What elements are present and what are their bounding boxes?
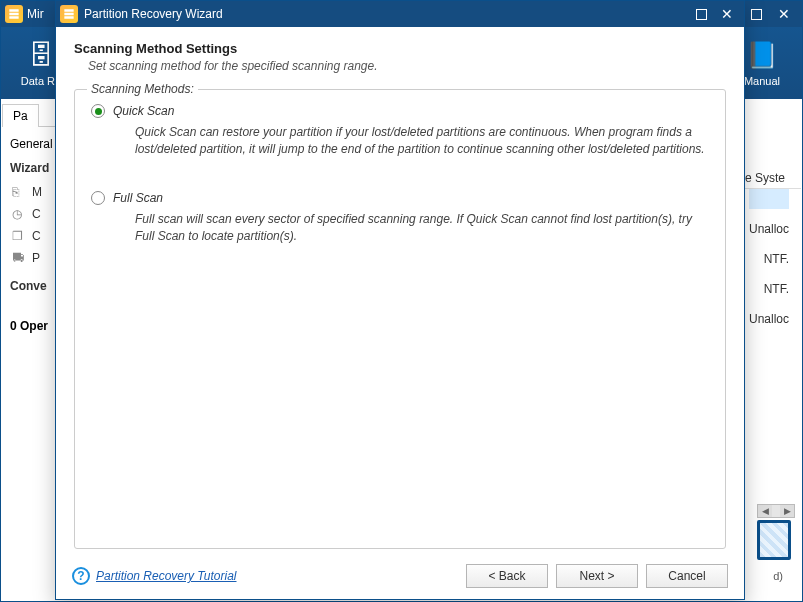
sidebar-item-2-icon: ❐: [12, 229, 26, 243]
disk-legend: d): [773, 570, 783, 582]
disk-map[interactable]: [757, 520, 791, 560]
sidebar-item-1-icon: ◷: [12, 207, 26, 221]
next-button[interactable]: Next >: [556, 564, 638, 588]
grid-row-3[interactable]: NTF.: [764, 279, 789, 299]
sidebar-item-0-label: M: [32, 185, 42, 199]
wizard-window: Partition Recovery Wizard ✕ Scanning Met…: [55, 0, 745, 600]
cancel-button[interactable]: Cancel: [646, 564, 728, 588]
grid-row-1[interactable]: Unalloc: [749, 219, 789, 239]
scanning-methods-legend: Scanning Methods:: [87, 82, 198, 96]
help-icon: ?: [72, 567, 90, 585]
wizard-app-icon: [60, 5, 78, 23]
sidebar-item-0-icon: ⎘: [12, 185, 26, 199]
hscrollbar[interactable]: ◀ ▶: [757, 504, 795, 518]
wizard-header-subtitle: Set scanning method for the specified sc…: [74, 59, 726, 73]
back-button[interactable]: < Back: [466, 564, 548, 588]
help-link-text: Partition Recovery Tutorial: [96, 569, 237, 583]
restore-icon: [751, 9, 762, 20]
wizard-restore-icon: [696, 9, 707, 20]
quick-scan-radio[interactable]: [91, 104, 105, 118]
grid-row-0[interactable]: [749, 189, 789, 209]
sidebar-item-2-label: C: [32, 229, 41, 243]
wizard-buttons: < Back Next > Cancel: [466, 564, 728, 588]
tab-partitions[interactable]: Pa: [2, 104, 39, 127]
wizard-header: Scanning Method Settings Set scanning me…: [56, 27, 744, 83]
wizard-titlebar: Partition Recovery Wizard ✕: [56, 1, 744, 27]
sidebar-item-3-icon: ⛟: [12, 251, 26, 265]
full-scan-radio[interactable]: [91, 191, 105, 205]
main-restore-button[interactable]: [742, 4, 770, 24]
full-scan-description: Full scan will scan every sector of spec…: [135, 211, 709, 246]
quick-scan-radio-row[interactable]: Quick Scan: [91, 104, 709, 118]
quick-scan-option: Quick Scan Quick Scan can restore your p…: [91, 104, 709, 159]
scroll-left-icon[interactable]: ◀: [758, 505, 772, 517]
help-link[interactable]: ? Partition Recovery Tutorial: [72, 567, 237, 585]
data-recovery-icon: 🗄: [28, 40, 54, 71]
grid-row-4[interactable]: Unalloc: [749, 309, 789, 329]
grid-row-2[interactable]: NTF.: [764, 249, 789, 269]
full-scan-option: Full Scan Full scan will scan every sect…: [91, 191, 709, 246]
full-scan-radio-row[interactable]: Full Scan: [91, 191, 709, 205]
app-icon: [5, 5, 23, 23]
manual-icon: 📘: [746, 40, 778, 71]
scroll-right-icon[interactable]: ▶: [780, 505, 794, 517]
sidebar-item-1-label: C: [32, 207, 41, 221]
full-scan-label: Full Scan: [113, 191, 163, 205]
wizard-header-title: Scanning Method Settings: [74, 41, 726, 56]
main-close-button[interactable]: ✕: [770, 4, 798, 24]
wizard-close-button[interactable]: ✕: [714, 4, 740, 24]
wizard-body: Scanning Methods: Quick Scan Quick Scan …: [56, 83, 744, 553]
quick-scan-label: Quick Scan: [113, 104, 174, 118]
toolbar-manual-label: Manual: [744, 75, 780, 87]
sidebar-item-3-label: P: [32, 251, 40, 265]
scanning-methods-group: Scanning Methods: Quick Scan Quick Scan …: [74, 89, 726, 549]
main-window-controls: ✕: [742, 4, 798, 24]
grid-body: Unalloc NTF. NTF. Unalloc: [749, 189, 801, 329]
wizard-restore-button[interactable]: [688, 4, 714, 24]
wizard-footer: ? Partition Recovery Tutorial < Back Nex…: [56, 553, 744, 599]
quick-scan-description: Quick Scan can restore your partition if…: [135, 124, 709, 159]
wizard-window-controls: ✕: [688, 4, 740, 24]
scroll-track[interactable]: [772, 505, 780, 517]
main-window-title: Mir: [27, 7, 44, 21]
wizard-title: Partition Recovery Wizard: [84, 7, 223, 21]
